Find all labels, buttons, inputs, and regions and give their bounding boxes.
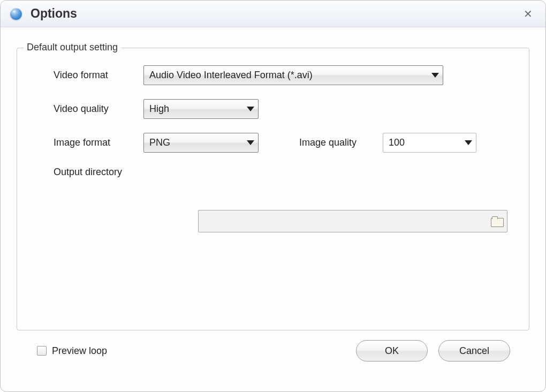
chevron-down-icon (428, 73, 443, 78)
output-directory-path-row (39, 210, 507, 232)
video-format-label: Video format (39, 70, 135, 81)
default-output-setting-group: Default output setting Video format Audi… (17, 48, 529, 330)
chevron-down-icon (243, 107, 258, 111)
image-quality-combobox[interactable]: 100 (383, 133, 476, 153)
image-format-value: PNG (144, 137, 243, 148)
image-format-row: Image format PNG Image quality 100 (39, 133, 507, 153)
image-format-combobox[interactable]: PNG (143, 133, 259, 153)
preview-loop-checkbox-wrap[interactable]: Preview loop (37, 345, 345, 357)
preview-loop-checkbox[interactable] (37, 346, 47, 356)
image-quality-value: 100 (383, 137, 461, 148)
image-quality-label: Image quality (299, 137, 374, 148)
options-dialog: Options ✕ Default output setting Video f… (0, 0, 546, 392)
titlebar: Options ✕ (1, 1, 545, 27)
output-directory-label: Output directory (39, 167, 135, 178)
video-quality-label: Video quality (39, 103, 135, 115)
chevron-down-icon (243, 140, 258, 145)
ok-button[interactable]: OK (356, 340, 428, 361)
folder-open-icon (491, 217, 503, 226)
cancel-button[interactable]: Cancel (438, 340, 510, 361)
window-title: Options (31, 6, 520, 21)
close-icon[interactable]: ✕ (520, 5, 536, 22)
chevron-down-icon (461, 140, 476, 145)
video-format-row: Video format Audio Video Interleaved For… (39, 65, 507, 85)
output-directory-input[interactable] (198, 210, 507, 232)
groupbox-legend: Default output setting (24, 42, 121, 53)
window-body: Default output setting Video format Audi… (1, 27, 545, 372)
image-format-label: Image format (39, 137, 135, 148)
video-format-value: Audio Video Interleaved Format (*.avi) (144, 70, 428, 81)
app-icon (10, 8, 22, 20)
browse-button[interactable] (487, 210, 507, 232)
video-quality-value: High (144, 103, 243, 115)
video-quality-combobox[interactable]: High (143, 99, 259, 119)
output-directory-row: Output directory (39, 167, 507, 178)
video-quality-row: Video quality High (39, 99, 507, 119)
bottom-bar: Preview loop OK Cancel (17, 330, 529, 361)
preview-loop-label: Preview loop (52, 345, 107, 357)
video-format-combobox[interactable]: Audio Video Interleaved Format (*.avi) (143, 65, 443, 85)
